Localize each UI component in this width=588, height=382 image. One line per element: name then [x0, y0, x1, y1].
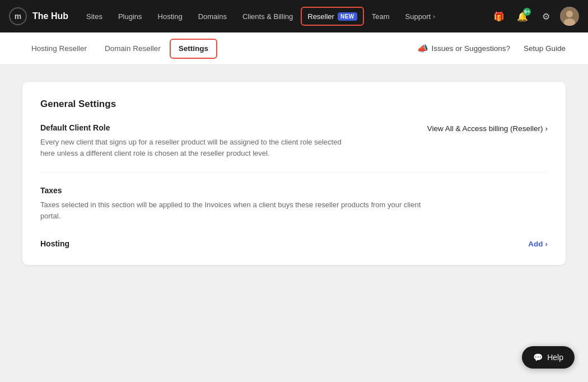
- help-button[interactable]: 💬 Help: [522, 346, 575, 369]
- subnav-links: Hosting Reseller Domain Reseller Setting…: [22, 32, 417, 65]
- brand-logo[interactable]: m The Hub: [9, 7, 68, 25]
- hosting-tax-heading: Hosting: [40, 239, 69, 248]
- subnav: Hosting Reseller Domain Reseller Setting…: [0, 32, 588, 65]
- nav-reseller[interactable]: Reseller NEW: [301, 7, 364, 26]
- navbar: m The Hub Sites Plugins Hosting Domains …: [0, 0, 588, 32]
- subnav-domain-reseller[interactable]: Domain Reseller: [96, 32, 170, 65]
- nav-sites[interactable]: Sites: [78, 0, 110, 32]
- subnav-settings[interactable]: Settings: [170, 39, 217, 59]
- settings-button[interactable]: ⚙: [536, 7, 556, 26]
- support-arrow-icon: ›: [433, 13, 435, 20]
- nav-plugins[interactable]: Plugins: [110, 0, 150, 32]
- hosting-tax-row: Hosting Add ›: [40, 232, 548, 248]
- taxes-section: Taxes Taxes selected in this section wil…: [40, 186, 548, 221]
- nav-support[interactable]: Support ›: [398, 0, 443, 32]
- default-client-role-text: Default Client Role Every new client tha…: [40, 123, 354, 159]
- nav-hosting[interactable]: Hosting: [150, 0, 190, 32]
- help-label: Help: [547, 353, 563, 362]
- avatar-image: [560, 7, 579, 26]
- nav-domains[interactable]: Domains: [190, 0, 235, 32]
- nav-links: Sites Plugins Hosting Domains Clients & …: [78, 0, 489, 32]
- default-client-role-heading: Default Client Role: [40, 123, 354, 132]
- brand-title: The Hub: [32, 11, 68, 21]
- general-settings-card: General Settings Default Client Role Eve…: [22, 82, 566, 265]
- main-content: General Settings Default Client Role Eve…: [0, 65, 588, 282]
- reseller-label: Reseller: [307, 12, 334, 21]
- taxes-heading: Taxes: [40, 186, 548, 195]
- gift-icon: 🎁: [493, 11, 505, 22]
- svg-point-1: [566, 11, 573, 17]
- add-hosting-link[interactable]: Add ›: [528, 240, 548, 248]
- gear-icon: ⚙: [542, 11, 550, 22]
- subnav-right: 📣 Issues or Suggestions? Setup Guide: [417, 43, 566, 54]
- reseller-badge: NEW: [338, 12, 357, 21]
- megaphone-icon: 📣: [417, 43, 428, 54]
- nav-clients-billing[interactable]: Clients & Billing: [235, 0, 301, 32]
- default-client-role-section: Default Client Role Every new client tha…: [40, 123, 548, 173]
- card-title: General Settings: [40, 99, 548, 110]
- taxes-desc: Taxes selected in this section will be a…: [40, 199, 432, 221]
- chat-icon: 💬: [533, 353, 543, 362]
- default-client-role-desc: Every new client that signs up for a res…: [40, 137, 354, 159]
- notification-badge: 9+: [523, 8, 531, 16]
- nav-team[interactable]: Team: [364, 0, 398, 32]
- notifications-button[interactable]: 🔔 9+: [513, 7, 532, 26]
- subnav-hosting-reseller[interactable]: Hosting Reseller: [22, 32, 96, 65]
- logo-icon: m: [9, 7, 27, 25]
- avatar[interactable]: [560, 7, 579, 26]
- gift-button[interactable]: 🎁: [489, 7, 508, 26]
- nav-right-icons: 🎁 🔔 9+ ⚙: [489, 7, 579, 26]
- issues-suggestions-button[interactable]: 📣 Issues or Suggestions?: [417, 43, 510, 54]
- view-all-access-billing-link[interactable]: View All & Access billing (Reseller) ›: [427, 123, 548, 133]
- setup-guide-link[interactable]: Setup Guide: [524, 44, 566, 53]
